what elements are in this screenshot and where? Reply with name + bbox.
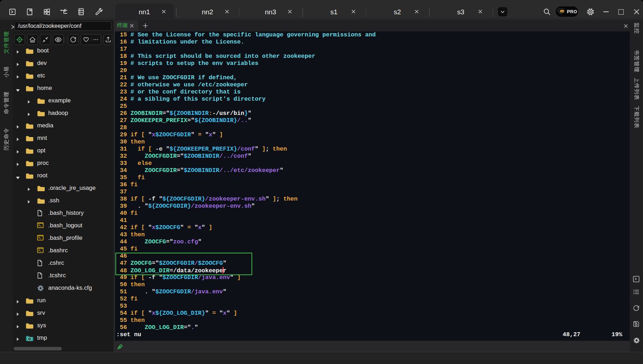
svg-text:PRO: PRO	[567, 9, 577, 14]
